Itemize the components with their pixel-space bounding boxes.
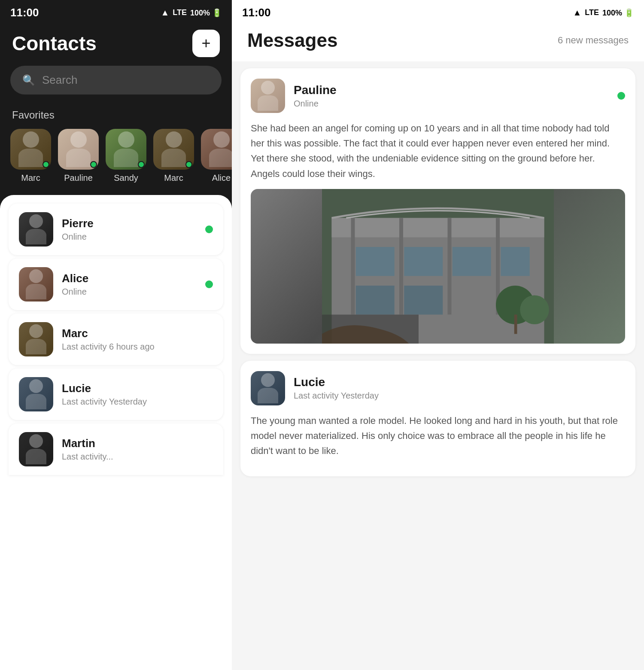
messages-title: Messages <box>247 30 337 51</box>
contacts-panel: 11:00 ▲ LTE 100% 🔋 Contacts + 🔍 Search F… <box>0 0 232 670</box>
svg-rect-8 <box>404 247 443 276</box>
contact-info-alice: Alice Online <box>62 272 197 297</box>
search-icon: 🔍 <box>22 74 35 86</box>
favorite-avatar-sandy <box>106 129 146 170</box>
lte-label: LTE <box>173 8 187 17</box>
messages-panel: 11:00 ▲ LTE 100% 🔋 Messages 6 new messag… <box>232 0 644 670</box>
pauline-status: Online <box>294 99 609 109</box>
svg-rect-9 <box>453 247 491 276</box>
contact-card-marc[interactable]: Marc Last activity 6 hours ago <box>9 314 223 365</box>
pauline-info: Pauline Online <box>294 83 609 109</box>
contact-info-pierre: Pierre Online <box>62 217 197 242</box>
favorite-item[interactable]: Marc <box>153 129 194 183</box>
add-contact-button[interactable]: + <box>192 30 220 57</box>
pauline-message-text: She had been an angel for coming up on 1… <box>251 121 625 181</box>
online-dot-alice <box>205 280 213 288</box>
contact-name-lucie: Lucie <box>62 382 213 395</box>
contact-info-lucie: Lucie Last activity Yesterday <box>62 382 213 407</box>
favorite-avatar-marc <box>10 129 51 170</box>
search-bar[interactable]: 🔍 Search <box>10 66 222 94</box>
battery-icon: 100% 🔋 <box>190 8 222 18</box>
lucie-status: Last activity Yesterday <box>294 391 625 401</box>
right-wifi-icon: ▲ <box>573 8 581 18</box>
favorite-item[interactable]: Sandy <box>106 129 146 183</box>
contact-card-alice[interactable]: Alice Online <box>9 259 223 310</box>
contact-avatar-alice <box>19 267 53 302</box>
lucie-name: Lucie <box>294 375 625 389</box>
lucie-message-header: Lucie Last activity Yesterday <box>251 371 625 405</box>
contact-avatar-pierre <box>19 212 53 247</box>
contact-status-alice: Online <box>62 287 197 297</box>
svg-rect-7 <box>356 247 395 276</box>
contacts-title: Contacts <box>12 32 97 55</box>
contact-name-martin: Martin <box>62 437 213 450</box>
contact-card-martin[interactable]: Martin Last activity... <box>9 423 223 475</box>
contacts-list: Pierre Online Alice Online Marc Last act <box>0 195 232 670</box>
right-time: 11:00 <box>242 6 271 19</box>
favorite-name: Marc <box>21 173 40 183</box>
contact-status-lucie: Last activity Yesterday <box>62 397 213 407</box>
lucie-info: Lucie Last activity Yesterday <box>294 375 625 401</box>
svg-rect-15 <box>514 314 517 334</box>
left-status-icons: ▲ LTE 100% 🔋 <box>161 8 222 18</box>
contact-info-marc: Marc Last activity 6 hours ago <box>62 327 213 352</box>
pauline-message-image <box>251 189 625 344</box>
contact-status-martin: Last activity... <box>62 452 213 462</box>
right-status-bar: 11:00 ▲ LTE 100% 🔋 <box>232 0 644 24</box>
contact-name-marc: Marc <box>62 327 213 340</box>
contact-info-martin: Martin Last activity... <box>62 437 213 462</box>
message-card-lucie[interactable]: Lucie Last activity Yesterday The young … <box>240 361 635 477</box>
favorite-item[interactable]: Alice <box>201 129 232 183</box>
svg-rect-5 <box>448 218 452 314</box>
contact-name-pierre: Pierre <box>62 217 197 230</box>
pauline-online-dot <box>617 92 625 100</box>
favorite-item[interactable]: Marc <box>10 129 51 183</box>
favorite-item[interactable]: Pauline <box>58 129 99 183</box>
contact-card-pierre[interactable]: Pierre Online <box>9 204 223 255</box>
search-placeholder: Search <box>42 73 77 87</box>
pauline-avatar <box>251 79 285 113</box>
favorite-avatar-marc2 <box>153 129 194 170</box>
contact-status-pierre: Online <box>62 232 197 242</box>
favorite-avatar-pauline <box>58 129 99 170</box>
plus-icon: + <box>201 36 210 51</box>
svg-rect-11 <box>356 286 395 315</box>
contact-status-marc: Last activity 6 hours ago <box>62 342 213 352</box>
messages-header: Messages 6 new messages <box>232 24 644 61</box>
pauline-message-header: Pauline Online <box>251 79 625 113</box>
svg-rect-12 <box>404 286 443 315</box>
contact-card-lucie[interactable]: Lucie Last activity Yesterday <box>9 368 223 420</box>
wifi-icon: ▲ <box>161 8 169 18</box>
search-container: 🔍 Search <box>0 66 232 105</box>
left-status-bar: 11:00 ▲ LTE 100% 🔋 <box>0 0 232 24</box>
right-lte-label: LTE <box>585 8 599 17</box>
online-dot-pierre <box>205 225 213 233</box>
favorite-name: Sandy <box>114 173 138 183</box>
favorite-name: Alice <box>212 173 231 183</box>
svg-rect-4 <box>399 218 403 314</box>
left-time: 11:00 <box>10 6 39 19</box>
new-messages-count: 6 new messages <box>558 35 629 46</box>
svg-point-14 <box>520 295 549 324</box>
contact-avatar-marc <box>19 322 53 356</box>
message-card-pauline[interactable]: Pauline Online She had been an angel for… <box>240 68 635 354</box>
contact-name-alice: Alice <box>62 272 197 285</box>
contacts-header: Contacts + <box>0 24 232 66</box>
lucie-avatar <box>251 371 285 405</box>
favorite-avatar-alice <box>201 129 232 170</box>
svg-rect-10 <box>501 247 530 276</box>
favorite-name: Marc <box>164 173 183 183</box>
lucie-message-text: The young man wanted a role model. He lo… <box>251 413 625 459</box>
messages-content: Pauline Online She had been an angel for… <box>232 61 644 670</box>
pauline-name: Pauline <box>294 83 609 97</box>
favorites-row: Marc Pauline Sandy Marc <box>0 129 232 195</box>
svg-rect-3 <box>351 218 355 314</box>
right-status-icons: ▲ LTE 100% 🔋 <box>573 8 634 18</box>
contact-avatar-lucie <box>19 377 53 411</box>
right-battery-icon: 100% 🔋 <box>602 8 634 18</box>
favorite-name: Pauline <box>64 173 93 183</box>
contact-avatar-martin <box>19 432 53 466</box>
svg-rect-2 <box>332 218 544 237</box>
favorites-label: Favorites <box>0 105 232 129</box>
